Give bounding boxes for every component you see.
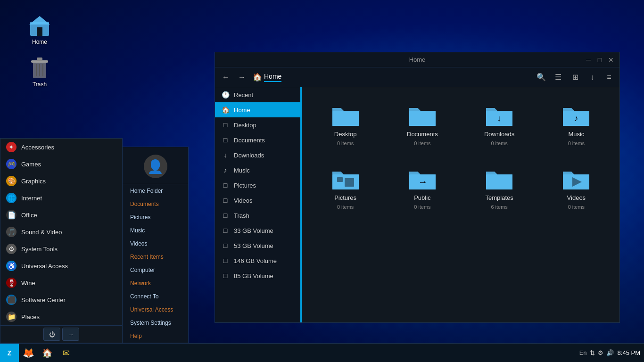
network-icon[interactable]: ⇅ bbox=[590, 349, 595, 356]
logout-button[interactable]: → bbox=[62, 328, 79, 341]
folder-videos-name: Videos bbox=[567, 194, 586, 201]
folder-documents-name: Documents bbox=[407, 131, 438, 138]
menu-item-universal-access[interactable]: ♿ Universal Access bbox=[0, 257, 122, 274]
folder-downloads[interactable]: ↓ Downloads 0 items bbox=[466, 97, 533, 151]
menu-item-graphics[interactable]: 🎨 Graphics bbox=[0, 173, 122, 189]
menu-item-office[interactable]: 📄 Office bbox=[0, 206, 122, 223]
right-item-network[interactable]: Network bbox=[123, 277, 188, 290]
right-item-connect-to[interactable]: Connect To bbox=[123, 290, 188, 303]
menu-item-internet[interactable]: 🌐 Internet bbox=[0, 189, 122, 206]
file-manager-toolbar: ← → 🏠 Home 🔍 ☰ ⊞ ↓ ≡ bbox=[215, 67, 619, 87]
sidebar-item-home[interactable]: 🏠 Home bbox=[215, 102, 302, 117]
sidebar-item-downloads[interactable]: ↓ Downloads bbox=[215, 148, 302, 163]
menu-item-games[interactable]: 🎮 Games bbox=[0, 156, 122, 173]
menu-item-wine[interactable]: 🍷 Wine bbox=[0, 274, 122, 291]
folder-desktop-count: 0 items bbox=[337, 140, 354, 146]
folder-documents[interactable]: Documents 0 items bbox=[388, 97, 456, 151]
sidebar-item-recent[interactable]: 🕐 Recent bbox=[215, 87, 302, 102]
folder-public-icon: ⇀ bbox=[407, 165, 438, 191]
right-item-universal-access[interactable]: Universal Access bbox=[123, 303, 188, 316]
folder-templates[interactable]: Templates 6 items bbox=[466, 160, 533, 214]
zorin-button[interactable]: Z bbox=[0, 344, 19, 362]
sidebar-item-trash[interactable]: □ Trash bbox=[215, 208, 302, 223]
menu-item-places[interactable]: 📁 Places bbox=[0, 308, 122, 325]
menu-item-sound-video[interactable]: 🎵 Sound & Video bbox=[0, 223, 122, 240]
taskbar-left: Z 🦊 🏠 ✉ bbox=[0, 344, 75, 362]
home-sidebar-icon: 🏠 bbox=[222, 106, 229, 114]
svg-rect-20 bbox=[486, 174, 512, 189]
close-button[interactable]: ✕ bbox=[606, 55, 616, 65]
vol53-icon: □ bbox=[222, 242, 229, 249]
folder-documents-icon bbox=[407, 101, 438, 128]
trash-sidebar-icon: □ bbox=[222, 212, 229, 219]
desktop-icon-trash[interactable]: Trash bbox=[28, 57, 51, 88]
system-tray: En ⇅ ⚙ 🔊 bbox=[579, 349, 614, 356]
back-button[interactable]: ← bbox=[219, 70, 233, 84]
right-item-computer[interactable]: Computer bbox=[123, 263, 188, 277]
file-manager-titlebar: Home ─ □ ✕ bbox=[215, 52, 619, 67]
sidebar-item-music[interactable]: ♪ Music bbox=[215, 163, 302, 178]
menu-item-software-center[interactable]: ⬛ Software Center bbox=[0, 291, 122, 308]
right-item-music[interactable]: Music bbox=[123, 224, 188, 237]
right-item-help[interactable]: Help bbox=[123, 329, 188, 343]
folder-music[interactable]: ♪ Music 0 items bbox=[543, 97, 610, 151]
grid-view-button[interactable]: ⊞ bbox=[569, 71, 582, 84]
home-icon bbox=[28, 14, 51, 37]
documents-sidebar-icon: □ bbox=[222, 136, 229, 144]
menu-item-accessories[interactable]: ✦ Accessories bbox=[0, 139, 122, 156]
sidebar-item-documents[interactable]: □ Documents bbox=[215, 132, 302, 148]
forward-button[interactable]: → bbox=[235, 70, 249, 84]
folder-pictures[interactable]: Pictures 0 items bbox=[312, 160, 379, 214]
firefox-button[interactable]: 🦊 bbox=[19, 344, 38, 362]
folder-public[interactable]: ⇀ Public 0 items bbox=[388, 160, 456, 214]
svg-rect-2 bbox=[37, 27, 42, 36]
maximize-button[interactable]: □ bbox=[595, 55, 604, 65]
list-view-button[interactable]: ☰ bbox=[552, 71, 565, 84]
file-manager-body: 🕐 Recent 🏠 Home □ Desktop □ Documents ↓ … bbox=[215, 87, 619, 322]
right-item-videos[interactable]: Videos bbox=[123, 237, 188, 250]
svg-text:⇀: ⇀ bbox=[419, 178, 425, 186]
folder-music-name: Music bbox=[568, 131, 584, 138]
trash-icon bbox=[28, 57, 51, 79]
svg-rect-9 bbox=[332, 111, 359, 126]
menu-item-system-tools[interactable]: ⚙ System Tools bbox=[0, 240, 122, 257]
mail-icon: ✉ bbox=[63, 348, 70, 358]
right-item-recent-items[interactable]: Recent Items bbox=[123, 250, 188, 263]
folder-videos[interactable]: Videos 0 items bbox=[543, 160, 610, 214]
sidebar-item-desktop[interactable]: □ Desktop bbox=[215, 117, 302, 132]
svg-rect-16 bbox=[337, 177, 343, 182]
files-button[interactable]: 🏠 bbox=[38, 344, 57, 362]
folder-downloads-count: 0 items bbox=[491, 140, 507, 146]
sidebar-item-pictures[interactable]: □ Pictures bbox=[215, 178, 302, 193]
graphics-icon: 🎨 bbox=[6, 176, 17, 186]
vol146-icon: □ bbox=[222, 257, 229, 264]
mail-button[interactable]: ✉ bbox=[57, 344, 75, 362]
home-breadcrumb-icon: 🏠 bbox=[253, 73, 262, 82]
right-item-system-settings[interactable]: System Settings bbox=[123, 316, 188, 329]
folder-desktop[interactable]: Desktop 0 items bbox=[312, 97, 379, 151]
power-button[interactable]: ⏻ bbox=[43, 328, 60, 341]
office-icon: 📄 bbox=[6, 210, 17, 220]
right-item-home-folder[interactable]: Home Folder bbox=[123, 184, 188, 197]
svg-text:♪: ♪ bbox=[574, 114, 578, 123]
right-item-documents[interactable]: Documents bbox=[123, 197, 188, 211]
svg-text:↓: ↓ bbox=[497, 114, 502, 123]
sidebar-item-videos[interactable]: □ Videos bbox=[215, 193, 302, 208]
user-avatar-section: 👤 bbox=[123, 147, 188, 184]
menu-button[interactable]: ≡ bbox=[603, 71, 616, 84]
right-item-pictures[interactable]: Pictures bbox=[123, 211, 188, 224]
file-manager-title: Home bbox=[409, 56, 426, 63]
desktop-icon-home[interactable]: Home bbox=[28, 14, 51, 45]
sidebar-item-vol33[interactable]: □ 33 GB Volume bbox=[215, 223, 302, 238]
volume-icon[interactable]: 🔊 bbox=[606, 349, 614, 356]
breadcrumb-home[interactable]: Home bbox=[264, 73, 281, 82]
breadcrumb: 🏠 Home bbox=[253, 73, 281, 82]
sidebar-item-vol85[interactable]: □ 85 GB Volume bbox=[215, 268, 302, 283]
sort-button[interactable]: ↓ bbox=[586, 71, 599, 84]
lang-indicator[interactable]: En bbox=[579, 349, 587, 356]
sidebar-item-vol146[interactable]: □ 146 GB Volume bbox=[215, 253, 302, 268]
minimize-button[interactable]: ─ bbox=[584, 55, 593, 65]
sidebar-item-vol53[interactable]: □ 53 GB Volume bbox=[215, 238, 302, 253]
bluetooth-icon[interactable]: ⚙ bbox=[598, 349, 603, 356]
search-button[interactable]: 🔍 bbox=[535, 71, 548, 84]
